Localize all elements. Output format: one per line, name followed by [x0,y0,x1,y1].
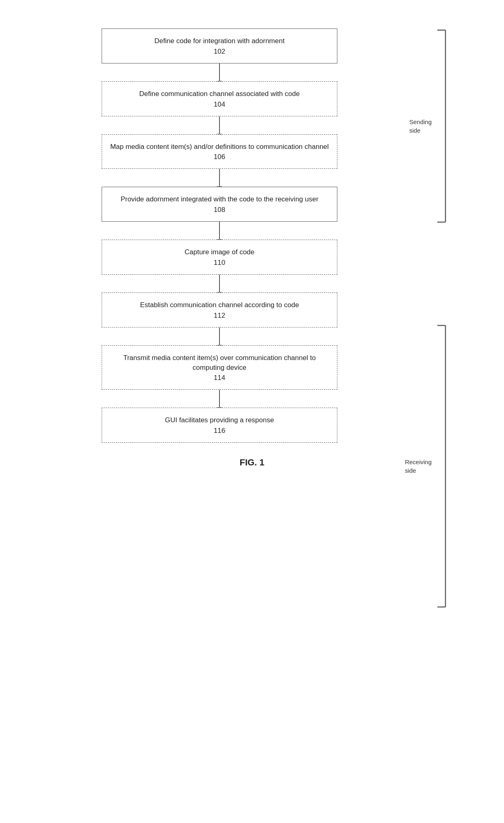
box-102: Define code for integration with adornme… [102,28,337,63]
sending-side-bracket-icon [436,28,447,224]
box-114-number: 114 [110,374,329,382]
box-106-number: 106 [110,153,329,161]
box-116-label: GUI facilitates providing a response [110,415,329,425]
receiving-side-group: Receivingside [405,324,447,609]
arrow-3 [219,169,220,187]
sending-side-label: Sendingside [409,118,432,135]
box-104-label: Define communication channel associated … [110,89,329,99]
box-112: Establish communication channel accordin… [102,293,337,327]
main-layout: Define code for integration with adornme… [57,16,447,443]
box-106: Map media content item(s) and/or definit… [102,134,337,169]
box-116-number: 116 [110,427,329,435]
box-110-label: Capture image of code [110,247,329,257]
box-104: Define communication channel associated … [102,81,337,116]
box-102-number: 102 [110,48,329,56]
box-110: Capture image of code 110 [102,240,337,275]
arrow-1 [219,63,220,81]
box-112-number: 112 [110,312,329,320]
box-116: GUI facilitates providing a response 116 [102,408,337,443]
arrow-5 [219,275,220,293]
box-104-number: 104 [110,100,329,109]
box-108: Provide adornment integrated with the co… [102,187,337,222]
box-102-label: Define code for integration with adornme… [110,36,329,46]
diagram-page: Define code for integration with adornme… [0,16,504,468]
arrow-7 [219,390,220,408]
box-114: Transmit media content item(s) over comm… [102,345,337,390]
sending-side-group: Sendingside [409,28,447,224]
arrow-4 [219,222,220,240]
arrow-6 [219,327,220,345]
receiving-side-bracket-icon [436,324,447,609]
box-114-label: Transmit media content item(s) over comm… [110,353,329,373]
side-annotations: Sendingside Receivingside [382,16,447,443]
figure-label: FIG. 1 [239,457,264,468]
receiving-side-label: Receivingside [405,458,432,475]
flow-column: Define code for integration with adornme… [57,16,382,443]
box-112-label: Establish communication channel accordin… [110,300,329,310]
box-110-number: 110 [110,259,329,267]
box-106-label: Map media content item(s) and/or definit… [110,142,329,152]
box-108-label: Provide adornment integrated with the co… [110,194,329,204]
box-108-number: 108 [110,206,329,214]
arrow-2 [219,116,220,134]
